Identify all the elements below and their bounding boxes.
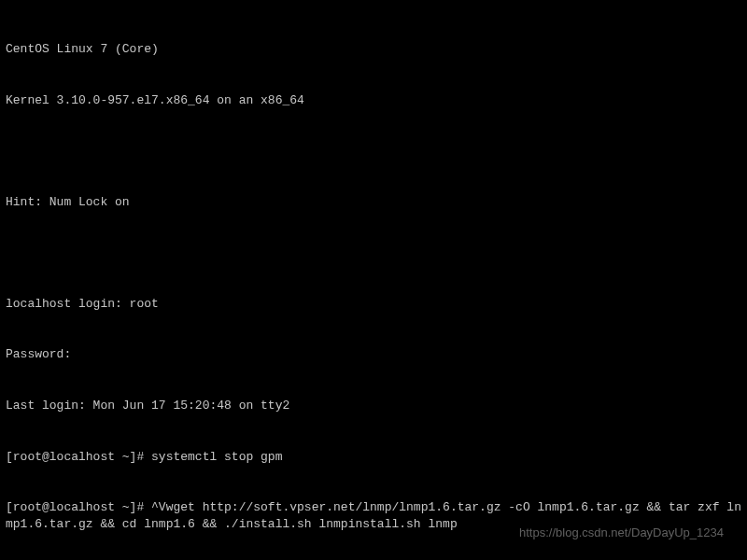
kernel-line: Kernel 3.10.0-957.el7.x86_64 on an x86_6…	[6, 92, 741, 109]
watermark-text: https://blog.csdn.net/DayDayUp_1234	[519, 525, 724, 541]
hint-line: Hint: Num Lock on	[6, 194, 741, 211]
os-banner-line: CentOS Linux 7 (Core)	[6, 41, 741, 58]
last-login-line: Last login: Mon Jun 17 15:20:48 on tty2	[6, 398, 741, 414]
password-prompt-line: Password:	[6, 346, 741, 363]
terminal-screen[interactable]: CentOS Linux 7 (Core) Kernel 3.10.0-957.…	[0, 0, 747, 558]
login-prompt-line: localhost login: root	[6, 296, 741, 313]
command-line-1: [root@localhost ~]# systemctl stop gpm	[6, 449, 741, 466]
